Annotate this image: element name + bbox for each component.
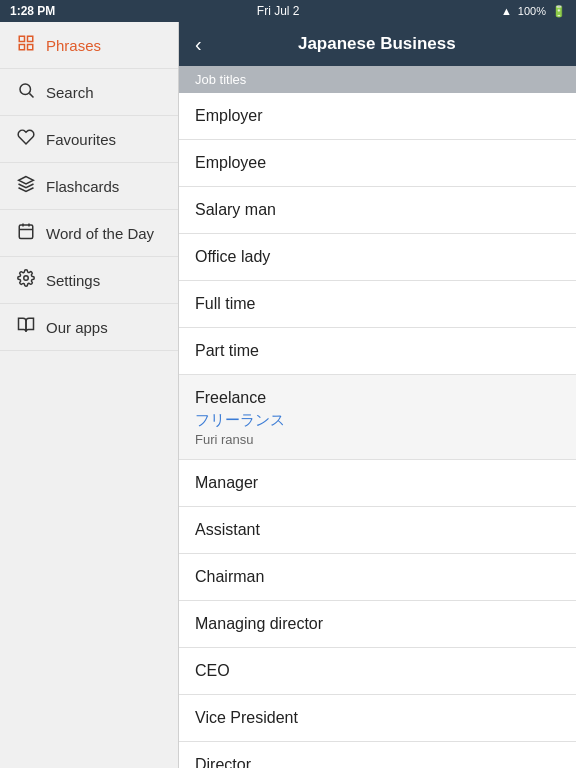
svg-point-11 xyxy=(24,276,29,281)
sidebar-label: Favourites xyxy=(46,131,116,148)
list-item[interactable]: Assistant xyxy=(179,507,576,554)
section-header: Job titles xyxy=(179,66,576,93)
svg-rect-0 xyxy=(19,36,24,41)
sidebar: Phrases Search Favourites Flashcards Wor… xyxy=(0,22,179,768)
items-list: EmployerEmployeeSalary manOffice ladyFul… xyxy=(179,93,576,768)
item-label: Employee xyxy=(195,154,266,171)
sidebar-item-phrases[interactable]: Phrases xyxy=(0,22,178,69)
svg-rect-1 xyxy=(28,36,33,41)
sidebar-item-search[interactable]: Search xyxy=(0,69,178,116)
sidebar-label: Word of the Day xyxy=(46,225,154,242)
list-item[interactable]: Vice President xyxy=(179,695,576,742)
page-title: Japanese Business xyxy=(214,34,540,54)
wifi-icon: ▲ xyxy=(501,5,512,17)
list-item[interactable]: Employer xyxy=(179,93,576,140)
item-label: Managing director xyxy=(195,615,323,632)
svg-rect-2 xyxy=(19,45,24,50)
list-item[interactable]: Salary man xyxy=(179,187,576,234)
sidebar-label: Flashcards xyxy=(46,178,119,195)
header: ‹ Japanese Business xyxy=(179,22,576,66)
item-label: Employer xyxy=(195,107,263,124)
list-item[interactable]: Manager xyxy=(179,460,576,507)
list-item[interactable]: Director xyxy=(179,742,576,768)
battery-label: 100% xyxy=(518,5,546,17)
search-icon xyxy=(16,81,36,103)
sidebar-label: Search xyxy=(46,84,94,101)
calendar-icon xyxy=(16,222,36,244)
layers-icon xyxy=(16,175,36,197)
app-container: Phrases Search Favourites Flashcards Wor… xyxy=(0,22,576,768)
gear-icon xyxy=(16,269,36,291)
list-item[interactable]: Part time xyxy=(179,328,576,375)
svg-line-5 xyxy=(29,93,33,97)
list-item[interactable]: FreelanceフリーランスFuri ransu xyxy=(179,375,576,460)
battery-icon: 🔋 xyxy=(552,5,566,18)
item-label: CEO xyxy=(195,662,230,679)
sidebar-item-favourites[interactable]: Favourites xyxy=(0,116,178,163)
status-date: Fri Jul 2 xyxy=(257,4,300,18)
list-item[interactable]: Employee xyxy=(179,140,576,187)
svg-marker-6 xyxy=(19,177,34,185)
svg-rect-3 xyxy=(28,45,33,50)
item-label: Salary man xyxy=(195,201,276,218)
sidebar-label: Our apps xyxy=(46,319,108,336)
grid-icon xyxy=(16,34,36,56)
svg-point-4 xyxy=(20,84,31,95)
heart-icon xyxy=(16,128,36,150)
sidebar-item-settings[interactable]: Settings xyxy=(0,257,178,304)
list-item[interactable]: Office lady xyxy=(179,234,576,281)
sidebar-label: Phrases xyxy=(46,37,101,54)
item-label: Vice President xyxy=(195,709,298,726)
status-time: 1:28 PM xyxy=(10,4,55,18)
back-button[interactable]: ‹ xyxy=(195,33,202,56)
item-label: Office lady xyxy=(195,248,270,265)
sidebar-item-word-of-the-day[interactable]: Word of the Day xyxy=(0,210,178,257)
item-japanese: フリーランス xyxy=(195,411,560,430)
list-item[interactable]: CEO xyxy=(179,648,576,695)
svg-rect-7 xyxy=(19,225,33,239)
list-item[interactable]: Managing director xyxy=(179,601,576,648)
item-label: Freelance xyxy=(195,389,266,406)
item-label: Director xyxy=(195,756,251,768)
item-romanji: Furi ransu xyxy=(195,432,560,447)
item-label: Assistant xyxy=(195,521,260,538)
item-label: Part time xyxy=(195,342,259,359)
sidebar-item-flashcards[interactable]: Flashcards xyxy=(0,163,178,210)
book-icon xyxy=(16,316,36,338)
item-label: Chairman xyxy=(195,568,264,585)
main-content: ‹ Japanese Business Job titles EmployerE… xyxy=(179,22,576,768)
sidebar-label: Settings xyxy=(46,272,100,289)
list-item[interactable]: Full time xyxy=(179,281,576,328)
status-bar: 1:28 PM Fri Jul 2 ▲ 100% 🔋 xyxy=(0,0,576,22)
list-item[interactable]: Chairman xyxy=(179,554,576,601)
item-label: Manager xyxy=(195,474,258,491)
status-indicators: ▲ 100% 🔋 xyxy=(501,5,566,18)
item-label: Full time xyxy=(195,295,255,312)
sidebar-item-our-apps[interactable]: Our apps xyxy=(0,304,178,351)
